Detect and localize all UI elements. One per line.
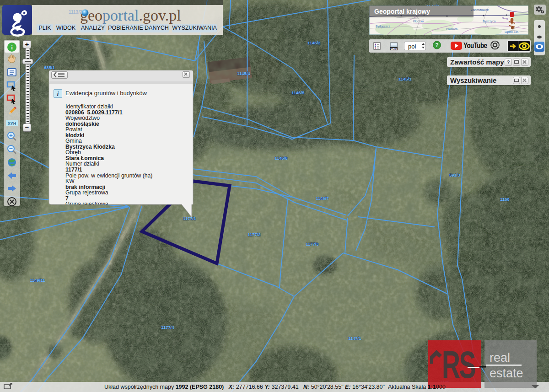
svg-text:real: real	[490, 351, 510, 365]
svg-text:RS: RS	[442, 343, 475, 386]
svg-text:estate: estate	[490, 366, 523, 380]
